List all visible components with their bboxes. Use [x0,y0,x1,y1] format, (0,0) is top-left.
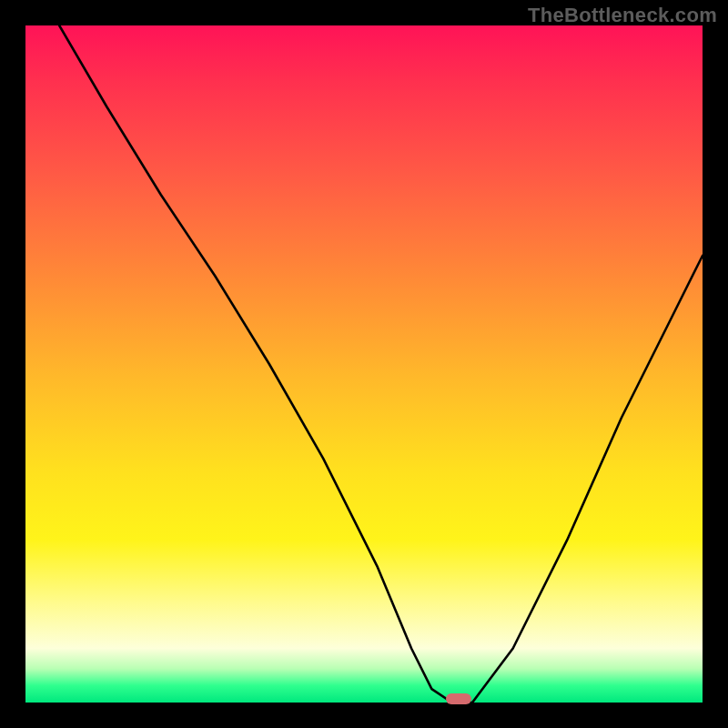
optimum-marker [446,693,471,704]
watermark-text: TheBottleneck.com [528,4,717,27]
bottleneck-curve [25,25,703,703]
chart-frame: TheBottleneck.com [0,0,728,728]
plot-area [25,25,703,703]
curve-path [59,25,703,703]
